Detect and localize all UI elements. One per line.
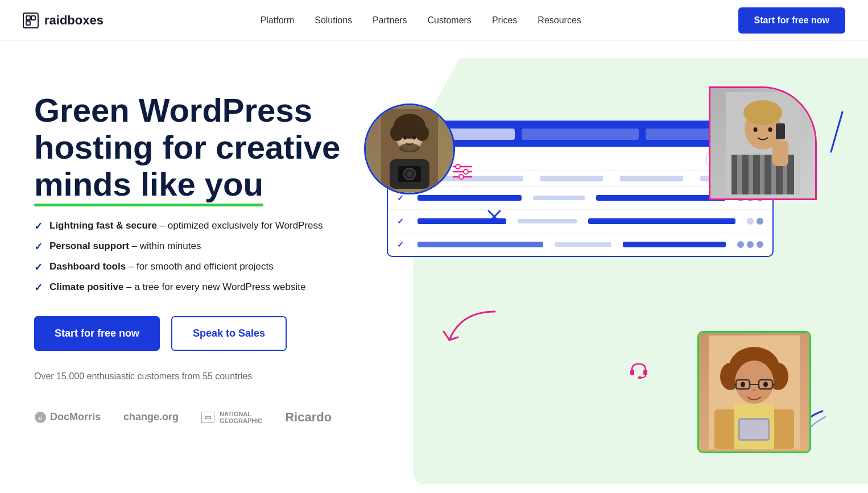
hero-left: Green WordPress hosting for creative min… [34,75,364,470]
svg-rect-0 [26,16,30,20]
customers-text: Over 15,000 enthusiastic customers from … [34,371,364,382]
docmorris-icon: D [34,411,47,424]
row-dots-2 [747,218,763,225]
svg-point-48 [456,164,460,169]
svg-point-11 [403,136,407,140]
svg-rect-56 [630,370,634,375]
hero-sales-button[interactable]: Speak to Sales [171,316,287,351]
brand-changeorg: change.org [123,411,179,423]
dot-2b [757,218,763,225]
nav-resources[interactable]: Resources [538,15,581,26]
svg-rect-20 [737,155,742,194]
row-bar-sm-3 [555,242,611,247]
brand-ricardo-label: Ricardo [285,410,332,425]
nav-solutions[interactable]: Solutions [315,15,352,26]
nav-partners[interactable]: Partners [373,15,407,26]
row-dots-3 [737,241,763,248]
person-photo-3 [697,331,811,453]
dot-2a [747,218,754,225]
svg-point-13 [399,143,420,152]
person-avatar-1 [366,105,453,193]
brand-natgeo: ▭ NATIONALGEOGRAPHIC [201,411,262,424]
brand-logos-row: D DocMorris change.org ▭ NATIONALGEOGRAP… [34,410,364,425]
hero-title-line2: hosting for creative [34,129,340,165]
feature-text-4: Climate positive – a tree for every new … [49,280,305,294]
svg-rect-22 [760,155,764,194]
brand-docmorris-label: DocMorris [50,411,101,423]
row-check-2: ✓ [397,217,406,226]
person-avatar-2 [710,88,815,198]
svg-rect-58 [638,376,642,379]
svg-point-44 [763,382,768,387]
header-cta-button[interactable]: Start for free now [738,7,845,34]
dot-3a [737,241,744,248]
row-bar-long-3 [623,242,726,247]
sliders-icon [452,163,473,184]
svg-line-59 [831,112,842,152]
svg-rect-1 [31,16,35,20]
svg-text:D: D [39,416,42,421]
check-icon-3: ✓ [34,260,43,275]
svg-point-27 [754,127,758,132]
svg-rect-57 [643,370,647,375]
row-bar-long-2 [588,218,736,224]
row-bar-long-1 [596,195,726,201]
svg-point-43 [741,382,745,387]
svg-rect-29 [776,123,785,139]
hero-start-button[interactable]: Start for free now [34,316,160,351]
feature-item-2: ✓ Personal support – within minutes [34,239,364,254]
person-photo-1 [364,103,455,194]
hero-cta-buttons: Start for free now Speak to Sales [34,316,364,351]
main-nav: Platform Solutions Partners Customers Pr… [261,15,581,26]
dash-tab-2 [522,129,639,140]
svg-point-28 [768,127,772,132]
svg-point-26 [743,100,782,125]
x-icon [486,209,502,227]
svg-point-52 [459,175,464,179]
nav-platform[interactable]: Platform [261,15,295,26]
brand-ricardo: Ricardo [285,410,332,425]
svg-point-17 [407,171,412,177]
svg-rect-21 [749,155,753,194]
feature-item-4: ✓ Climate positive – a tree for every ne… [34,280,364,295]
logo-icon [23,13,39,28]
nav-prices[interactable]: Prices [492,15,517,26]
feature-text-1: Lightning fast & secure – optimized excl… [49,219,323,233]
row-bar-main-3 [418,242,543,247]
svg-point-12 [412,136,416,140]
col-header-2 [540,176,604,181]
check-icon-4: ✓ [34,281,43,295]
accent-diagonal [828,109,845,157]
row-bar-sm-2 [518,219,577,223]
table-row-2: ✓ [388,210,772,233]
hero-title: Green WordPress hosting for creative min… [34,92,364,203]
feature-text-3: Dashboard tools – for smooth and efficie… [49,260,274,274]
brand-docmorris: D DocMorris [34,411,101,424]
nav-customers[interactable]: Customers [428,15,472,26]
hero-features-list: ✓ Lightning fast & secure – optimized ex… [34,219,364,296]
logo[interactable]: raidboxes [23,13,104,28]
feature-item-1: ✓ Lightning fast & secure – optimized ex… [34,219,364,234]
svg-point-10 [415,125,429,141]
svg-rect-30 [772,140,788,166]
svg-rect-2 [26,21,30,25]
natgeo-box-icon: ▭ [201,412,214,423]
col-header-3 [620,176,683,181]
svg-rect-46 [740,420,768,439]
table-row-3: ✓ [388,233,772,256]
arrow-decoration [438,306,506,354]
hero-title-line3: minds like you [34,166,263,203]
row-bar-main-1 [418,195,522,201]
headset-icon [629,359,649,382]
svg-point-9 [390,125,404,141]
hero-title-line1: Green WordPress [34,92,312,129]
row-check-1: ✓ [397,193,406,202]
hero-section: Green WordPress hosting for creative min… [0,41,868,493]
brand-natgeo-label: NATIONALGEOGRAPHIC [220,411,262,424]
row-bar-sm-1 [533,196,585,200]
person-photo-2 [709,86,817,200]
svg-point-50 [464,169,468,174]
person-avatar-3 [699,333,809,451]
check-icon-2: ✓ [34,240,43,254]
dot-3c [757,241,763,248]
